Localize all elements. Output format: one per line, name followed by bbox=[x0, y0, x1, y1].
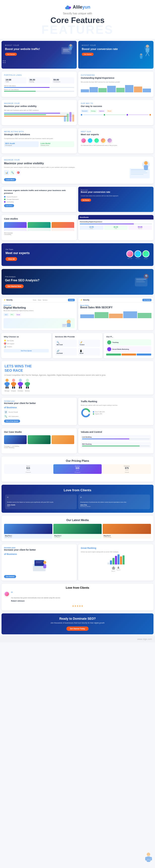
our-plans-card: Our P... Tracking Social Media Marketing bbox=[104, 333, 154, 358]
svg-rect-31 bbox=[131, 171, 146, 172]
svg-rect-20 bbox=[140, 56, 143, 59]
boost-conversion-card: Boost your Boost your conversion rate Co… bbox=[78, 187, 154, 212]
svg-rect-4 bbox=[63, 50, 68, 51]
love-clients-bottom-section: Love from Clients " Our business has gro… bbox=[0, 582, 155, 612]
organic-btn[interactable]: Learn More bbox=[4, 204, 14, 207]
avatar-3 bbox=[94, 138, 100, 143]
svg-rect-45 bbox=[67, 323, 71, 327]
case-grid bbox=[4, 222, 74, 231]
svg-rect-72 bbox=[28, 386, 29, 389]
svg-point-19 bbox=[140, 54, 142, 56]
meet-experts-card: Meet our Meet our experts Our dedicated … bbox=[78, 128, 154, 153]
valuata-card: Valuata and Control Link Building SEO Ra… bbox=[78, 428, 154, 454]
maximize-full-card: Maximize your Maximize your online visib… bbox=[1, 156, 154, 184]
svg-rect-69 bbox=[25, 382, 27, 385]
mini-nav-1: ⚡ Seocify Home About Services Contact bbox=[1, 298, 77, 303]
increase-client-bottom: Increase your Increase your client for b… bbox=[1, 544, 77, 580]
svg-rect-36 bbox=[144, 165, 148, 170]
seo-race-title: LETS WINS THE SEO RACE bbox=[4, 364, 151, 373]
svg-point-9 bbox=[3, 60, 4, 61]
avatar-1 bbox=[81, 138, 86, 143]
nav-btn-2[interactable]: Get Started bbox=[143, 299, 152, 301]
maximize-full-section: Maximize your Maximize your online visib… bbox=[0, 155, 155, 185]
visibility-success-row: Maximize your Maximize your online visib… bbox=[0, 98, 155, 127]
organic-boost-row: Increase organic website traffic and enh… bbox=[0, 185, 155, 214]
case-studies-card: Case studies SEO Campaign Link Building bbox=[1, 215, 77, 240]
svg-rect-33 bbox=[131, 174, 144, 175]
price-enterprise: Enterprise $75 /month Unlimited bbox=[103, 464, 151, 474]
cancel-experts-row: We're acting with Strategic SEO Solution… bbox=[0, 127, 155, 155]
svg-rect-57 bbox=[11, 382, 12, 385]
cloud-icon bbox=[65, 5, 71, 9]
boost-btn[interactable]: Get Started bbox=[81, 198, 91, 202]
svg-rect-27 bbox=[70, 112, 72, 122]
svg-rect-66 bbox=[21, 386, 22, 389]
svg-point-0 bbox=[69, 6, 71, 8]
case-item-1 bbox=[4, 222, 27, 231]
increase-ranking-row: Increase your Increase your client for b… bbox=[0, 543, 155, 582]
svg-rect-54 bbox=[7, 386, 8, 389]
svg-rect-52 bbox=[8, 382, 9, 385]
svg-rect-32 bbox=[131, 173, 147, 173]
svg-point-11 bbox=[3, 62, 4, 63]
view-all-btn[interactable]: View All bbox=[5, 257, 17, 261]
meet-experts-hero: Our Team Meet our experts View All SEO L… bbox=[1, 243, 154, 266]
why-services-plans-row: Why Choose us ⭐ Best Quality 🎯 24/7 Supp… bbox=[0, 332, 155, 360]
outstanding-card: Outstanding Outstanding Digital Experien… bbox=[78, 72, 154, 97]
svg-line-16 bbox=[146, 53, 148, 56]
nav-btn[interactable]: Contact bbox=[68, 299, 75, 301]
svg-point-14 bbox=[146, 45, 149, 48]
svg-rect-64 bbox=[22, 382, 23, 385]
blog-post-1: Blog Post 1 SEO Tips 2024 bbox=[4, 524, 52, 539]
svg-rect-63 bbox=[18, 382, 20, 385]
stats-row: 19.58 Traffic 39.30 Ranking 59.80 Conver… bbox=[4, 78, 74, 84]
svg-rect-5 bbox=[63, 51, 69, 52]
organic-card: Increase organic website traffic and enh… bbox=[1, 187, 77, 212]
avatar-5 bbox=[107, 138, 113, 143]
seo-analysis-section: Free Analysis Get Free SEO Analysis? Get… bbox=[0, 268, 155, 296]
avatar-2 bbox=[87, 138, 93, 143]
bg-text: FEATURES bbox=[0, 23, 155, 37]
seo-analysis-btn[interactable]: Get Started Now bbox=[5, 284, 24, 288]
get-started-btn[interactable]: Get Started bbox=[4, 575, 16, 578]
svg-point-55 bbox=[12, 379, 15, 382]
final-cta: Ready to Dominate SEO? Join thousands of… bbox=[1, 613, 154, 634]
cancel-card: We're acting with Strategic SEO Solution… bbox=[1, 128, 77, 153]
svg-rect-48 bbox=[63, 326, 65, 326]
learn-more-btn[interactable]: Learn More bbox=[4, 178, 16, 181]
watermark: www.1tge.com bbox=[0, 636, 155, 643]
blog-posts-grid: Blog Post 1 SEO Tips 2024 Blog Post 2 Li… bbox=[4, 524, 151, 539]
case-valuata-row: Our Case Studio Campaign 1 • Link Buildi… bbox=[0, 427, 155, 455]
boost-chart bbox=[80, 311, 152, 318]
experts-avatars bbox=[81, 138, 151, 143]
client-traffic-row: Increase your Increase your client for b… bbox=[0, 396, 155, 427]
svg-rect-39 bbox=[136, 279, 146, 280]
love-clients-section: Love from Clients " Excellent service th… bbox=[1, 485, 154, 513]
pricing-section: Our Pricing Plans Starter $15 /month 5 K… bbox=[0, 455, 155, 483]
svg-line-17 bbox=[148, 53, 149, 56]
free-quote-btn[interactable]: Get a Free Quote bbox=[4, 420, 20, 423]
hero-section: Boost your Boost your website traffic! G… bbox=[0, 39, 155, 70]
final-cta-btn[interactable]: Get Started Today bbox=[67, 626, 88, 631]
stat-3: 59.80 Conversions bbox=[52, 78, 74, 84]
latest-media-section: Our Latest Media Blog Post 1 SEO Tips 20… bbox=[0, 514, 155, 543]
svg-rect-51 bbox=[4, 382, 6, 385]
svg-rect-15 bbox=[146, 48, 149, 53]
success-card: Our way to Our way to success Research S… bbox=[78, 100, 154, 125]
logo-text: Alileyun bbox=[73, 4, 90, 10]
case-studio-card: Our Case Studio Campaign 1 • Link Buildi… bbox=[1, 428, 77, 454]
price-featured: Business $35 /month 20 Keywords bbox=[53, 464, 102, 474]
testimonial-avatar bbox=[4, 591, 9, 597]
svg-point-35 bbox=[144, 161, 148, 165]
visibility-card: Maximize your Maximize your online visib… bbox=[1, 100, 77, 125]
portfolio-card: Portfolio Links 19.58 Traffic 39.30 Rank… bbox=[1, 72, 77, 97]
svg-point-82 bbox=[43, 561, 46, 564]
hero-btn-left[interactable]: Get Started bbox=[5, 53, 17, 56]
case-studio-grid bbox=[4, 435, 74, 444]
svg-point-61 bbox=[19, 379, 22, 382]
svg-rect-8 bbox=[70, 47, 72, 50]
hero-btn-right[interactable]: Get Started bbox=[82, 53, 93, 56]
svg-rect-26 bbox=[67, 114, 69, 122]
pricing-card: Our Pricing Plans Starter $15 /month 5 K… bbox=[1, 457, 154, 482]
hero-title-right: Boost your conversion rate bbox=[82, 47, 129, 51]
